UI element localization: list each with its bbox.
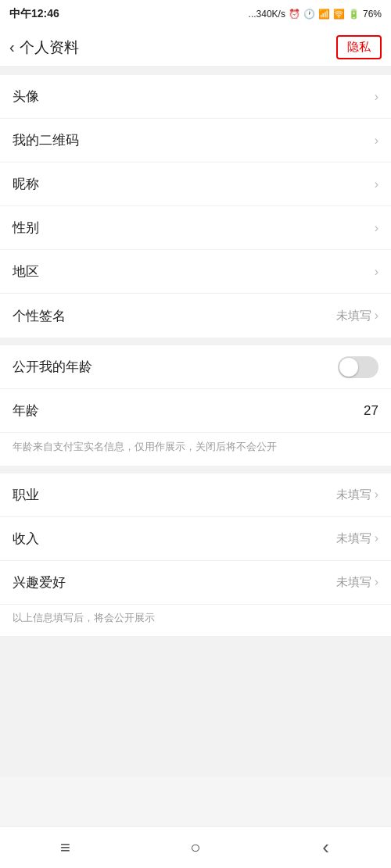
profile-section-3: 职业 未填写 › 收入 未填写 › 兴趣爱好 未填写 › 以上信息填写后，将会公… [0, 473, 391, 636]
list-item-qrcode[interactable]: 我的二维码 › [0, 119, 391, 163]
qrcode-chevron-icon: › [375, 134, 378, 148]
list-item-signature[interactable]: 个性签名 未填写 › [0, 294, 391, 338]
section-gap-2 [0, 338, 391, 345]
interests-right: 未填写 › [336, 575, 378, 590]
network-speed: ...340K/s [249, 9, 285, 20]
wifi-icon: 🛜 [333, 9, 345, 20]
back-arrow-icon: ‹ [9, 38, 15, 56]
signature-right: 未填写 › [336, 309, 378, 323]
public-age-toggle[interactable] [338, 356, 378, 378]
age-label: 年龄 [13, 402, 39, 420]
signature-label: 个性签名 [13, 307, 66, 325]
status-right: ...340K/s ⏰ 🕐 📶 🛜 🔋 76% [249, 9, 382, 20]
age-value: 27 [364, 403, 378, 419]
interests-chevron-icon: › [375, 575, 378, 589]
profile-section-2: 公开我的年龄 年龄 27 年龄来自支付宝实名信息，仅用作展示，关闭后将不会公开 [0, 345, 391, 466]
clock-icon: 🕐 [303, 9, 315, 20]
occupation-chevron-icon: › [375, 488, 378, 502]
section-gap-top [0, 67, 391, 75]
menu-icon: ≡ [60, 838, 70, 858]
list-item-occupation[interactable]: 职业 未填写 › [0, 473, 391, 517]
list-item-interests[interactable]: 兴趣爱好 未填写 › [0, 561, 391, 605]
list-item-avatar[interactable]: 头像 › [0, 75, 391, 119]
list-item-public-age[interactable]: 公开我的年龄 [0, 345, 391, 389]
battery-level: 76% [363, 9, 382, 20]
gender-label: 性别 [13, 219, 39, 237]
public-age-label: 公开我的年龄 [13, 358, 92, 376]
list-item-gender[interactable]: 性别 › [0, 206, 391, 250]
section-gap-3 [0, 466, 391, 473]
nickname-chevron-icon: › [375, 177, 378, 191]
battery-icon: 🔋 [348, 9, 360, 20]
profile-section-1: 头像 › 我的二维码 › 昵称 › 性别 › 地区 › 个性签名 未填写 › [0, 75, 391, 338]
nav-back-button[interactable]: ‹ [303, 832, 350, 863]
page-title: 个人资料 [20, 38, 79, 58]
status-time: 中午12:46 [9, 7, 59, 21]
income-right: 未填写 › [336, 531, 378, 546]
signature-chevron-icon: › [375, 309, 378, 323]
nav-home-button[interactable]: ○ [172, 832, 219, 863]
avatar-label: 头像 [13, 88, 39, 105]
alarm-icon: ⏰ [289, 9, 300, 20]
list-item-income[interactable]: 收入 未填写 › [0, 517, 391, 561]
nav-bar: ‹ 个人资料 隐私 [0, 28, 391, 67]
interests-label: 兴趣爱好 [13, 573, 66, 591]
signal-icon: 📶 [318, 9, 330, 20]
age-note: 年龄来自支付宝实名信息，仅用作展示，关闭后将不会公开 [0, 433, 391, 466]
list-item-age: 年龄 27 [0, 389, 391, 433]
income-label: 收入 [13, 530, 39, 548]
gender-chevron-icon: › [375, 221, 378, 235]
gender-right: › [375, 221, 378, 235]
status-bar: 中午12:46 ...340K/s ⏰ 🕐 📶 🛜 🔋 76% [0, 0, 391, 28]
qrcode-label: 我的二维码 [13, 131, 79, 149]
bottom-nav: ≡ ○ ‹ [0, 826, 391, 868]
occupation-value: 未填写 [336, 488, 371, 502]
income-chevron-icon: › [375, 531, 378, 545]
back-nav-icon: ‹ [322, 835, 329, 859]
income-value: 未填写 [336, 531, 371, 546]
occupation-right: 未填写 › [336, 488, 378, 502]
qrcode-right: › [375, 134, 378, 148]
toggle-container [338, 356, 378, 378]
nickname-right: › [375, 177, 378, 191]
nav-menu-button[interactable]: ≡ [41, 832, 88, 863]
avatar-right: › [375, 90, 378, 104]
avatar-chevron-icon: › [375, 90, 378, 104]
back-button[interactable]: ‹ 个人资料 [9, 38, 79, 58]
occupation-label: 职业 [13, 486, 39, 504]
home-icon: ○ [190, 838, 200, 858]
interests-value: 未填写 [336, 575, 371, 590]
region-right: › [375, 265, 378, 279]
privacy-button[interactable]: 隐私 [336, 35, 382, 59]
region-chevron-icon: › [375, 265, 378, 279]
section-gap-bottom [0, 636, 391, 777]
nickname-label: 昵称 [13, 175, 39, 193]
list-item-nickname[interactable]: 昵称 › [0, 163, 391, 206]
region-label: 地区 [13, 263, 39, 280]
toggle-knob [339, 358, 358, 377]
section3-note: 以上信息填写后，将会公开展示 [0, 605, 391, 636]
signature-value: 未填写 [336, 309, 371, 323]
list-item-region[interactable]: 地区 › [0, 250, 391, 294]
